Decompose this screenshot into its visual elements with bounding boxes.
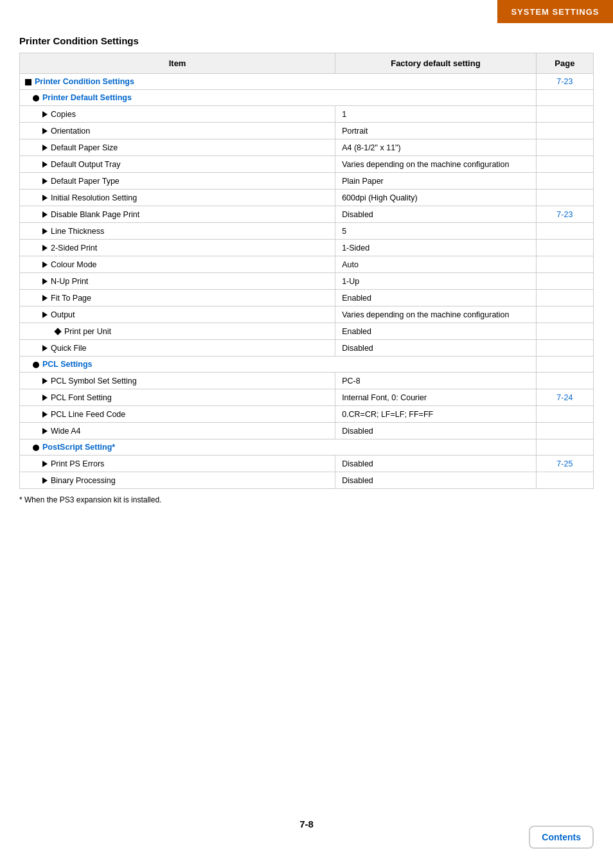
item-cell: Default Output Tray <box>20 156 335 173</box>
header-accent: SYSTEM SETTINGS <box>497 0 613 23</box>
header-title: SYSTEM SETTINGS <box>511 7 599 17</box>
factory-cell: Internal Font, 0: Courier <box>335 389 537 406</box>
page-cell <box>536 256 593 273</box>
item-text: Line Thickness <box>51 227 104 236</box>
item-text: Binary Processing <box>51 476 116 485</box>
table-header-row: Item Factory default setting Page <box>20 53 594 74</box>
triangle-icon <box>42 461 48 467</box>
page-cell <box>536 173 593 190</box>
factory-cell: 1-Up <box>335 273 537 290</box>
item-cell: PCL Settings <box>20 357 537 373</box>
table-row: Default Output TrayVaries depending on t… <box>20 156 594 173</box>
page-cell <box>536 240 593 256</box>
circle-icon <box>33 362 39 368</box>
triangle-icon <box>42 378 48 384</box>
item-cell: Default Paper Type <box>20 173 335 190</box>
item-cell: Default Paper Size <box>20 139 335 156</box>
item-cell: Copies <box>20 106 335 123</box>
table-row: Binary ProcessingDisabled <box>20 472 594 489</box>
factory-cell: Enabled <box>335 323 537 340</box>
contents-button[interactable]: Contents <box>529 826 594 849</box>
section-heading: Printer Condition Settings <box>19 35 594 46</box>
table-row: PostScript Setting* <box>20 439 594 456</box>
factory-cell: Disabled <box>335 423 537 439</box>
table-row: Default Paper SizeA4 (8-1/2" x 11") <box>20 139 594 156</box>
col-item: Item <box>20 53 335 74</box>
table-row: Copies1 <box>20 106 594 123</box>
col-page: Page <box>536 53 593 74</box>
page-cell <box>536 156 593 173</box>
item-cell: Fit To Page <box>20 290 335 306</box>
page-cell <box>536 439 593 456</box>
item-text: Wide A4 <box>51 427 81 436</box>
triangle-icon <box>42 312 48 318</box>
item-text: PCL Line Feed Code <box>51 410 125 419</box>
triangle-icon <box>42 111 48 118</box>
page-cell <box>536 123 593 139</box>
item-text: Default Paper Type <box>51 177 120 186</box>
factory-cell: Plain Paper <box>335 173 537 190</box>
triangle-icon <box>42 178 48 184</box>
item-text: Printer Condition Settings <box>35 77 134 86</box>
page-cell <box>536 423 593 439</box>
item-text: Fit To Page <box>51 294 91 303</box>
triangle-icon <box>42 477 48 484</box>
page-cell <box>536 290 593 306</box>
item-cell: Disable Blank Page Print <box>20 206 335 223</box>
item-text: PCL Font Setting <box>51 393 112 402</box>
circle-icon <box>33 95 39 102</box>
factory-cell: Disabled <box>335 340 537 357</box>
factory-cell: 0.CR=CR; LF=LF; FF=FF <box>335 406 537 423</box>
square-icon <box>25 79 31 85</box>
page-cell <box>536 139 593 156</box>
item-cell: Quick File <box>20 340 335 357</box>
page-cell <box>536 106 593 123</box>
table-row: PCL Symbol Set SettingPC-8 <box>20 373 594 389</box>
factory-cell: Disabled <box>335 206 537 223</box>
triangle-icon <box>42 245 48 251</box>
circle-icon <box>33 445 39 451</box>
table-row: Fit To PageEnabled <box>20 290 594 306</box>
table-row: Print PS ErrorsDisabled7-25 <box>20 456 594 472</box>
factory-cell: Disabled <box>335 472 537 489</box>
table-row: PCL Settings <box>20 357 594 373</box>
item-text: PCL Symbol Set Setting <box>51 376 137 385</box>
table-row: Line Thickness5 <box>20 223 594 240</box>
item-text: Initial Resolution Setting <box>51 193 137 202</box>
item-cell: Printer Default Settings <box>20 90 537 106</box>
item-text: N-Up Print <box>51 277 88 286</box>
item-cell: Colour Mode <box>20 256 335 273</box>
factory-cell: A4 (8-1/2" x 11") <box>335 139 537 156</box>
table-row: 2-Sided Print1-Sided <box>20 240 594 256</box>
item-cell: Initial Resolution Setting <box>20 190 335 206</box>
item-cell: Wide A4 <box>20 423 335 439</box>
item-cell: Orientation <box>20 123 335 139</box>
page-cell: 7-24 <box>536 389 593 406</box>
triangle-icon <box>42 345 48 351</box>
table-row: Print per UnitEnabled <box>20 323 594 340</box>
diamond-icon <box>54 328 61 335</box>
item-text: Disable Blank Page Print <box>51 210 139 219</box>
triangle-icon <box>42 211 48 218</box>
factory-cell: 1-Sided <box>335 240 537 256</box>
item-cell: Output <box>20 306 335 323</box>
item-cell: N-Up Print <box>20 273 335 290</box>
page-cell <box>536 223 593 240</box>
table-row: Wide A4Disabled <box>20 423 594 439</box>
table-row: Printer Condition Settings7-23 <box>20 74 594 90</box>
factory-cell: 1 <box>335 106 537 123</box>
item-cell: Print per Unit <box>20 323 335 340</box>
item-text: Printer Default Settings <box>42 93 132 102</box>
item-text: Default Output Tray <box>51 160 120 169</box>
triangle-icon <box>42 195 48 201</box>
item-text: PCL Settings <box>42 360 93 369</box>
triangle-icon <box>42 295 48 301</box>
table-row: Disable Blank Page PrintDisabled7-23 <box>20 206 594 223</box>
triangle-icon <box>42 428 48 434</box>
factory-cell: Auto <box>335 256 537 273</box>
factory-cell: PC-8 <box>335 373 537 389</box>
page-cell <box>536 472 593 489</box>
item-text: Quick File <box>51 344 87 353</box>
page-cell <box>536 340 593 357</box>
factory-cell: Varies depending on the machine configur… <box>335 306 537 323</box>
